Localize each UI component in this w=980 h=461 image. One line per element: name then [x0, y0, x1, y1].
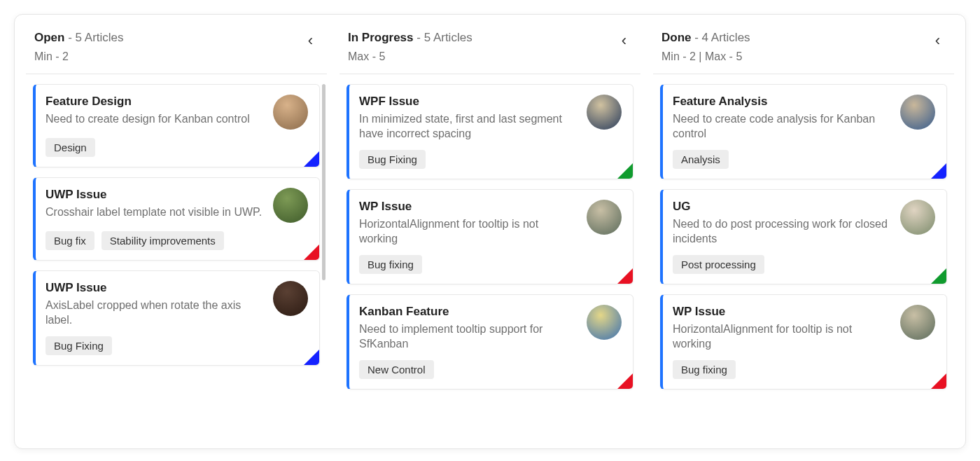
card-main: Feature AnalysisNeed to create code anal…: [673, 95, 892, 142]
card-list: WPF IssueIn minimized state, first and l…: [340, 74, 640, 434]
chevron-left-icon: ‹: [308, 32, 313, 49]
column-count: 5 Articles: [424, 31, 472, 44]
tag-list: Design: [46, 138, 308, 157]
avatar: [273, 188, 308, 223]
avatar: [900, 305, 935, 340]
kanban-card[interactable]: UWP IssueAxisLabel cropped when rotate t…: [33, 270, 320, 366]
card-main: UWP IssueCrosshair label template not vi…: [46, 188, 265, 223]
kanban-card[interactable]: Kanban FeatureNeed to implement tooltip …: [346, 294, 634, 390]
column-subtitle: Min - 2: [34, 48, 124, 65]
card-main: Feature DesignNeed to create design for …: [46, 95, 265, 130]
tag: Bug fixing: [673, 360, 736, 379]
priority-indicator-icon: [617, 163, 633, 179]
kanban-card[interactable]: UGNeed to do post processing work for cl…: [660, 189, 947, 284]
card-description: AxisLabel cropped when rotate the axis l…: [46, 298, 265, 328]
avatar: [587, 305, 622, 340]
priority-indicator-icon: [931, 373, 946, 389]
kanban-column: Done - 4 ArticlesMin - 2 | Max - 5‹Featu…: [653, 23, 954, 434]
card-title: Feature Design: [46, 95, 265, 109]
card-body: Feature DesignNeed to create design for …: [46, 95, 308, 130]
card-description: HorizontalAlignment for tooltip is not w…: [673, 322, 892, 352]
card-description: Need to implement tooltip support for Sf…: [359, 322, 578, 352]
column-title: In Progress: [348, 31, 414, 44]
kanban-column: Open - 5 ArticlesMin - 2‹Feature DesignN…: [26, 23, 327, 434]
card-body: UGNeed to do post processing work for cl…: [673, 200, 935, 247]
kanban-card[interactable]: WP IssueHorizontalAlignment for tooltip …: [346, 189, 634, 284]
kanban-board: Open - 5 ArticlesMin - 2‹Feature DesignN…: [14, 14, 966, 449]
tag: Bug Fixing: [359, 150, 426, 169]
priority-indicator-icon: [304, 245, 319, 260]
card-main: UGNeed to do post processing work for cl…: [673, 200, 892, 247]
card-list: Feature DesignNeed to create design for …: [26, 74, 327, 434]
card-description: Need to create design for Kanban control: [46, 111, 265, 127]
avatar: [273, 281, 308, 316]
column-title-line: Open - 5 Articles: [34, 29, 124, 47]
card-list: Feature AnalysisNeed to create code anal…: [653, 74, 954, 434]
tag-list: Bug fixing: [673, 360, 935, 379]
card-title: WP Issue: [359, 200, 578, 214]
kanban-card[interactable]: WP IssueHorizontalAlignment for tooltip …: [660, 294, 947, 390]
column-title: Open: [34, 31, 64, 44]
card-description: Need to do post processing work for clos…: [673, 216, 892, 247]
column-subtitle: Min - 2 | Max - 5: [662, 48, 750, 65]
column-header-texts: In Progress - 5 ArticlesMax - 5: [348, 29, 472, 65]
column-count: 5 Articles: [76, 31, 124, 44]
kanban-column: In Progress - 5 ArticlesMax - 5‹WPF Issu…: [340, 23, 640, 434]
card-description: HorizontalAlignment for tooltip is not w…: [359, 216, 578, 247]
priority-indicator-icon: [931, 268, 946, 284]
collapse-column-button[interactable]: ‹: [616, 29, 632, 53]
tag: New Control: [359, 360, 434, 379]
card-body: WP IssueHorizontalAlignment for tooltip …: [673, 305, 935, 352]
column-title: Done: [662, 31, 692, 44]
priority-indicator-icon: [304, 151, 319, 167]
column-header: In Progress - 5 ArticlesMax - 5‹: [340, 23, 640, 74]
column-header: Done - 4 ArticlesMin - 2 | Max - 5‹: [653, 23, 954, 74]
priority-indicator-icon: [931, 163, 946, 179]
chevron-left-icon: ‹: [622, 32, 626, 49]
tag-list: Bug fixStability improvements: [46, 231, 308, 250]
tag: Bug fix: [46, 231, 94, 250]
card-title: WP Issue: [673, 305, 892, 319]
card-main: WPF IssueIn minimized state, first and l…: [359, 95, 578, 142]
kanban-card[interactable]: WPF IssueIn minimized state, first and l…: [346, 84, 634, 179]
tag-list: Bug Fixing: [46, 336, 308, 355]
card-body: UWP IssueAxisLabel cropped when rotate t…: [46, 281, 308, 328]
collapse-column-button[interactable]: ‹: [302, 29, 318, 53]
avatar: [587, 95, 622, 130]
card-body: UWP IssueCrosshair label template not vi…: [46, 188, 308, 223]
scrollbar-thumb[interactable]: [322, 84, 326, 280]
card-title: UG: [673, 200, 892, 214]
card-title: Feature Analysis: [673, 95, 892, 109]
card-description: Crosshair label template not visible in …: [46, 205, 265, 220]
tag-list: Analysis: [673, 150, 935, 169]
kanban-card[interactable]: Feature DesignNeed to create design for …: [33, 84, 320, 167]
tag: Bug fixing: [359, 255, 422, 274]
kanban-card[interactable]: UWP IssueCrosshair label template not vi…: [33, 177, 320, 261]
tag: Analysis: [673, 150, 729, 169]
tag-list: Bug fixing: [359, 255, 622, 274]
tag-list: Bug Fixing: [359, 150, 622, 169]
card-description: Need to create code analysis for Kanban …: [673, 111, 892, 142]
card-title: UWP Issue: [46, 188, 265, 202]
card-body: WP IssueHorizontalAlignment for tooltip …: [359, 200, 622, 247]
card-title: UWP Issue: [46, 281, 265, 295]
card-main: Kanban FeatureNeed to implement tooltip …: [359, 305, 578, 352]
tag: Post processing: [673, 255, 764, 274]
column-header-texts: Open - 5 ArticlesMin - 2: [34, 29, 124, 65]
collapse-column-button[interactable]: ‹: [930, 29, 946, 53]
card-body: Kanban FeatureNeed to implement tooltip …: [359, 305, 622, 352]
card-title: Kanban Feature: [359, 305, 578, 319]
column-header: Open - 5 ArticlesMin - 2‹: [26, 23, 327, 74]
column-count: 4 Articles: [702, 31, 750, 44]
priority-indicator-icon: [617, 268, 633, 284]
tag: Stability improvements: [102, 231, 224, 250]
card-description: In minimized state, first and last segme…: [359, 111, 578, 142]
avatar: [900, 95, 935, 130]
kanban-card[interactable]: Feature AnalysisNeed to create code anal…: [660, 84, 947, 179]
tag-list: New Control: [359, 360, 622, 379]
card-main: WP IssueHorizontalAlignment for tooltip …: [359, 200, 578, 247]
avatar: [900, 200, 935, 235]
card-body: WPF IssueIn minimized state, first and l…: [359, 95, 622, 142]
card-title: WPF Issue: [359, 95, 578, 109]
card-body: Feature AnalysisNeed to create code anal…: [673, 95, 935, 142]
